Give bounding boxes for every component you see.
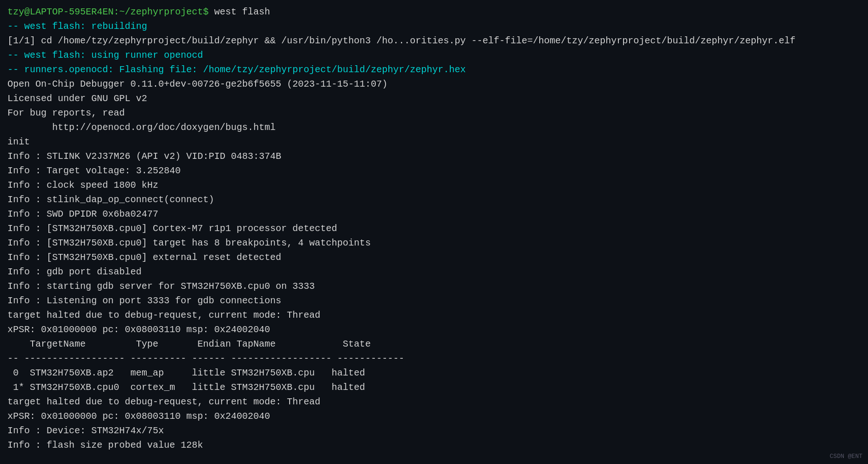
line-gdb-disabled: Info : gdb port disabled: [7, 265, 861, 279]
line-reset: Info : [STM32H750XB.cpu0] external reset…: [7, 250, 861, 265]
line-init: init: [7, 135, 861, 149]
line-breakpoints: Info : [STM32H750XB.cpu0] target has 8 b…: [7, 236, 861, 250]
line-gdb-listen: Info : Listening on port 3333 for gdb co…: [7, 293, 861, 308]
line-halted2: target halted due to debug-request, curr…: [7, 395, 861, 409]
line-flashsize: Info : flash size probed value 128k: [7, 438, 861, 452]
terminal-content: tzy@LAPTOP-595ER4EN:~/zephyrproject$ wes…: [7, 5, 861, 452]
line-table-row1: 1* STM32H750XB.cpu0 cortex_m little STM3…: [7, 380, 861, 395]
line-xpsr1: xPSR: 0x01000000 pc: 0x08003110 msp: 0x2…: [7, 322, 861, 337]
line-table-row0: 0 STM32H750XB.ap2 mem_ap little STM32H75…: [7, 366, 861, 380]
line-cd: [1/1] cd /home/tzy/zephyrproject/build/z…: [7, 34, 861, 48]
line-runner: -- west flash: using runner openocd: [7, 48, 861, 62]
line-clock: Info : clock speed 1800 kHz: [7, 178, 861, 192]
line-rebuilding: -- west flash: rebuilding: [7, 19, 861, 34]
line-stlink: Info : STLINK V2J37M26 (API v2) VID:PID …: [7, 149, 861, 164]
line-cortex: Info : [STM32H750XB.cpu0] Cortex-M7 r1p1…: [7, 221, 861, 236]
line-license: Licensed under GNU GPL v2: [7, 91, 861, 106]
line-url: http://openocd.org/doc/doxygen/bugs.html: [7, 120, 861, 135]
line-xpsr2: xPSR: 0x01000000 pc: 0x08003110 msp: 0x2…: [7, 409, 861, 423]
line-connect: Info : stlink_dap_op_connect(connect): [7, 192, 861, 207]
watermark: CSDN @ENT: [830, 452, 862, 461]
line-prompt: tzy@LAPTOP-595ER4EN:~/zephyrproject$ wes…: [7, 5, 861, 19]
line-table-header: TargetName Type Endian TapName State: [7, 337, 861, 351]
line-device: Info : Device: STM32H74x/75x: [7, 423, 861, 438]
line-bugreports: For bug reports, read: [7, 106, 861, 120]
line-gdb-server: Info : starting gdb server for STM32H750…: [7, 279, 861, 293]
line-flashing: -- runners.openocd: Flashing file: /home…: [7, 62, 861, 77]
line-halted1: target halted due to debug-request, curr…: [7, 308, 861, 322]
line-table-sep: -- ------------------ ---------- ------ …: [7, 351, 861, 366]
line-voltage: Info : Target voltage: 3.252840: [7, 164, 861, 178]
line-dpidr: Info : SWD DPIDR 0x6ba02477: [7, 207, 861, 221]
terminal-window: tzy@LAPTOP-595ER4EN:~/zephyrproject$ wes…: [0, 0, 868, 464]
line-oocd-ver: Open On-Chip Debugger 0.11.0+dev-00726-g…: [7, 77, 861, 91]
